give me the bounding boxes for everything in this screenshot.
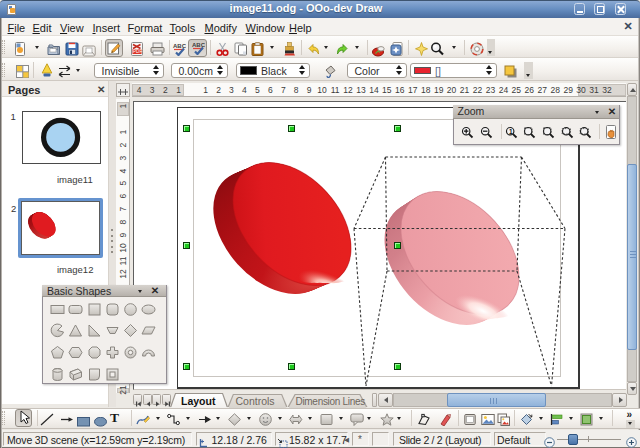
svg-text:ABC: ABC xyxy=(192,42,205,48)
svg-text:ABC: ABC xyxy=(173,43,186,49)
svg-text:PDF: PDF xyxy=(133,49,142,54)
svg-text:1: 1 xyxy=(509,127,513,134)
